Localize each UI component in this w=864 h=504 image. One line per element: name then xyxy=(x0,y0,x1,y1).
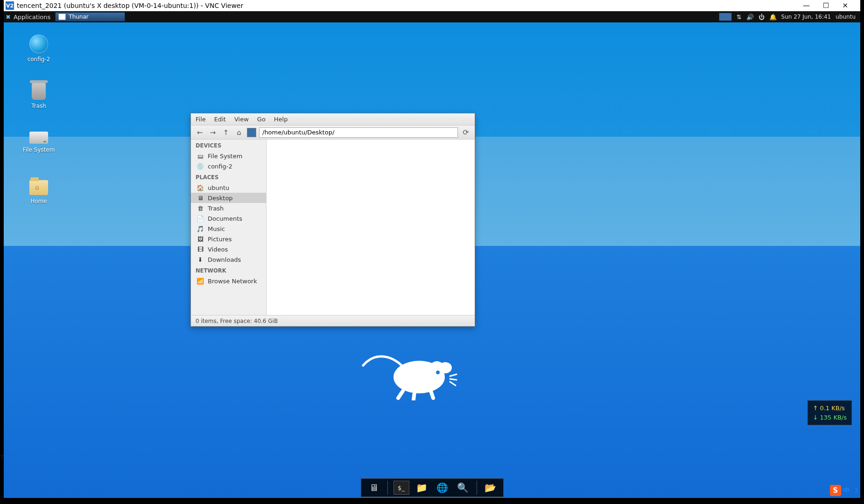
bottom-dock: 🖥 $_ 📁 🌐 🔍 📂 xyxy=(361,478,504,497)
power-tray-icon[interactable]: ⏻ xyxy=(759,14,765,21)
sidebar-header-network: NETWORK xyxy=(191,265,266,276)
xfce-mouse-logo xyxy=(358,344,461,400)
window-close-button[interactable]: ✕ xyxy=(842,1,848,10)
netspeed-up: ↑ 0.1 KB/s xyxy=(813,404,847,413)
sidebar-item-label: Desktop xyxy=(208,195,233,202)
menu-help[interactable]: Help xyxy=(274,116,288,123)
svg-point-3 xyxy=(436,371,440,374)
desktop-icon-label: Trash xyxy=(18,103,60,109)
sidebar-item-label: Music xyxy=(208,225,225,232)
taskbar-item-thunar[interactable]: Thunar xyxy=(55,12,125,21)
sidebar-place-downloads[interactable]: ⬇Downloads xyxy=(191,254,266,265)
dock-appfinder[interactable]: 🔍 xyxy=(455,481,471,495)
sogou-ime-icon[interactable]: S xyxy=(830,485,841,496)
thunar-window: File Edit View Go Help ← → ↑ ⌂ ⟳ DEVICES… xyxy=(190,113,475,327)
xfce-logo-icon: ✖ xyxy=(6,14,11,21)
path-style-toggle[interactable] xyxy=(247,128,256,137)
system-tray: ⇅ 🔊 ⏻ 🔔 Sun 27 Jun, 16:41 ubuntu xyxy=(717,13,860,21)
trash-icon xyxy=(32,83,46,100)
downloads-icon: ⬇ xyxy=(197,256,204,263)
sidebar-place-ubuntu[interactable]: 🏠ubuntu xyxy=(191,182,266,193)
music-icon: 🎵 xyxy=(197,225,204,232)
window-minimize-button[interactable]: — xyxy=(803,1,810,10)
sidebar-device-filesystem[interactable]: 🖴File System xyxy=(191,151,266,161)
thunar-menubar: File Edit View Go Help xyxy=(191,113,475,126)
sidebar-item-label: Documents xyxy=(208,215,242,222)
menu-view[interactable]: View xyxy=(234,116,249,123)
desktop-area[interactable]: config-2 Trash File System ⌂ Home Fi xyxy=(4,22,860,498)
sidebar-network-browse[interactable]: 📶Browse Network xyxy=(191,276,266,286)
sidebar-place-documents[interactable]: 📄Documents xyxy=(191,213,266,224)
dock-separator xyxy=(387,481,388,495)
desktop-icon-label: config-2 xyxy=(18,56,60,63)
thunar-task-icon xyxy=(58,14,66,20)
drive-icon xyxy=(29,132,48,144)
notifications-tray-icon[interactable]: 🔔 xyxy=(769,14,777,21)
sidebar-item-label: Trash xyxy=(208,205,224,212)
desktop-icon-filesystem[interactable]: File System xyxy=(18,132,60,153)
session-user-label[interactable]: ubuntu xyxy=(836,14,856,20)
sidebar-item-label: Videos xyxy=(208,246,228,253)
videos-icon: 🎞 xyxy=(197,245,204,253)
sidebar-place-pictures[interactable]: 🖼Pictures xyxy=(191,234,266,244)
desktop-icon-config2[interactable]: config-2 xyxy=(18,35,60,63)
sidebar-header-devices: DEVICES xyxy=(191,140,266,151)
menu-edit[interactable]: Edit xyxy=(214,116,226,123)
sidebar-item-label: Browse Network xyxy=(208,278,257,285)
workspace-switcher[interactable] xyxy=(719,13,732,21)
ubuntu-icon: 🏠 xyxy=(197,184,204,191)
dock-show-desktop[interactable]: 🖥 xyxy=(366,481,382,495)
desktop-icon-trash[interactable]: Trash xyxy=(18,83,60,109)
menu-go[interactable]: Go xyxy=(257,116,266,123)
desktop-icon-label: Home xyxy=(18,198,60,204)
pictures-icon: 🖼 xyxy=(197,235,204,243)
sidebar-place-music[interactable]: 🎵Music xyxy=(191,224,266,234)
filesystem-icon: 🖴 xyxy=(197,152,204,160)
taskbar-item-label: Thunar xyxy=(69,14,88,20)
dock-separator xyxy=(477,481,477,495)
ime-mode-icon[interactable]: ☽ xyxy=(852,486,860,495)
documents-icon: 📄 xyxy=(197,215,204,222)
window-maximize-button[interactable]: ☐ xyxy=(823,1,829,10)
sidebar-place-desktop[interactable]: 🖥Desktop xyxy=(191,193,266,203)
sidebar-device-config2[interactable]: 💿config-2 xyxy=(191,161,266,171)
nav-home-button[interactable]: ⌂ xyxy=(234,127,244,138)
desktop-icon-home[interactable]: ⌂ Home xyxy=(18,180,60,204)
nav-forward-button[interactable]: → xyxy=(208,127,218,138)
netspeed-widget: ↑ 0.1 KB/s ↓ 135 KB/s xyxy=(808,400,852,425)
nav-back-button[interactable]: ← xyxy=(195,127,205,138)
dock-user-home[interactable]: 📂 xyxy=(483,481,499,495)
sidebar-item-label: Pictures xyxy=(208,236,232,243)
trash-icon: 🗑 xyxy=(197,204,204,212)
thunar-toolbar: ← → ↑ ⌂ ⟳ xyxy=(191,126,475,140)
dock-terminal[interactable]: $_ xyxy=(393,481,409,495)
applications-label: Applications xyxy=(14,14,50,21)
desktop-icon: 🖥 xyxy=(197,194,204,202)
sidebar-item-label: File System xyxy=(208,153,242,160)
home-folder-icon: ⌂ xyxy=(29,180,48,195)
sidebar-header-places: PLACES xyxy=(191,171,266,182)
nav-up-button[interactable]: ↑ xyxy=(221,127,231,138)
reload-button[interactable]: ⟳ xyxy=(461,128,471,137)
ime-lang-icon[interactable]: 中 xyxy=(841,486,852,495)
vnc-app-icon: V2 xyxy=(6,1,14,10)
menu-file[interactable]: File xyxy=(196,116,206,123)
browse-icon: 📶 xyxy=(197,277,204,285)
network-tray-icon[interactable]: ⇅ xyxy=(737,14,742,21)
dock-files[interactable]: 📁 xyxy=(414,481,430,495)
dock-web-browser[interactable]: 🌐 xyxy=(435,481,450,495)
disc-icon xyxy=(29,35,48,53)
ime-indicator[interactable]: S 中 ☽ xyxy=(830,485,860,496)
stray-number: 7 xyxy=(0,454,4,461)
thunar-content-pane[interactable] xyxy=(267,140,475,315)
volume-tray-icon[interactable]: 🔊 xyxy=(746,14,754,21)
applications-menu-button[interactable]: ✖ Applications xyxy=(4,11,55,22)
sidebar-place-videos[interactable]: 🎞Videos xyxy=(191,244,266,254)
svg-point-2 xyxy=(439,362,452,373)
netspeed-down: ↓ 135 KB/s xyxy=(813,413,847,422)
sidebar-item-label: Downloads xyxy=(208,256,241,263)
sidebar-item-label: ubuntu xyxy=(208,184,229,191)
location-path-input[interactable] xyxy=(259,127,458,138)
sidebar-place-trash[interactable]: 🗑Trash xyxy=(191,203,266,213)
clock-label[interactable]: Sun 27 Jun, 16:41 xyxy=(781,14,831,20)
